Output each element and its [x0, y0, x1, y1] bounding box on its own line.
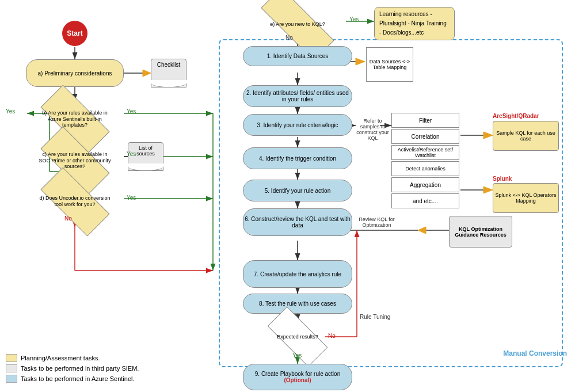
azure-templates-label: b) Are your rules available in Azure Sen…	[37, 110, 112, 128]
operators-mapping-box: Splunk <-> KQL Operators Mapping	[493, 183, 559, 213]
activelist-box: Activelist/Reference set/ Watchlist	[391, 145, 459, 160]
detect-anomalies-label: Detect anomalies	[405, 166, 445, 172]
step1-label: 1. Identify Data Sources	[267, 53, 329, 59]
step7-node: 7. Create/update the analytics rule	[243, 260, 352, 288]
optional-label: (Optional)	[255, 377, 340, 383]
uncoder-yes-label: Yes	[127, 195, 136, 201]
list-sources-label: List of sources	[128, 143, 163, 159]
etc-box: and etc....	[391, 193, 459, 208]
uncoder-no-label: No	[64, 215, 72, 222]
kql-opt-box: KQL Optimization Guidance Resources	[449, 216, 512, 248]
start-node: Start	[62, 21, 87, 46]
aggregation-label: Aggregation	[410, 182, 441, 188]
step7-label: 7. Create/update the analytics rule	[254, 271, 341, 277]
step9-label: 9. Create Playbook for rule action	[255, 371, 340, 377]
soc-prime-node: c) Are your rules available in SOC Prime…	[26, 140, 124, 181]
filter-box: Filter	[391, 113, 459, 128]
kql-no-label: No	[285, 35, 293, 41]
learning-box: Learning resources - Pluralsight - Ninja…	[374, 7, 455, 40]
arcsight-label: ArcSight/QRadar	[493, 113, 562, 119]
kql-opt-label: KQL Optimization Guidance Resources	[451, 226, 510, 238]
uncoder-label: d) Does Uncoder.io conversion tool work …	[37, 195, 112, 208]
preliminary-node: a) Preliminary considerations	[26, 59, 124, 87]
review-opt-label: Review KQL for Optimization	[358, 216, 395, 228]
step5-node: 5. Identify your rule action	[243, 180, 352, 201]
step4-node: 4. Identify the trigger condition	[243, 147, 352, 169]
step2-label: 2. Identify attributes/ fields/ entities…	[243, 90, 352, 102]
legend-yellow-label: Planning/Assessment tasks.	[21, 355, 100, 361]
learning-label: Learning resources - Pluralsight - Ninja…	[379, 10, 450, 37]
data-mapping-box: Data Sources <-> Table Mapping	[366, 47, 413, 82]
step3-label: 3. Identify your rule criteria/logic	[257, 122, 338, 128]
legend-gray-label: Tasks to be performed in third party SIE…	[21, 365, 139, 372]
soc-prime-label: c) Are your rules available in SOC Prime…	[37, 151, 112, 170]
detect-anomalies-box: Detect anomalies	[391, 161, 459, 176]
step6-label: 6. Construct/review the KQL and test wit…	[243, 216, 352, 229]
kql-new-node: e) Are you new to KQL?	[252, 7, 344, 41]
legend-blue-label: Tasks to be performed in Azure Sentinel.	[21, 375, 135, 382]
expected-node: Expected results?	[260, 319, 335, 354]
etc-label: and etc....	[413, 198, 438, 204]
step1-node: 1. Identify Data Sources	[243, 46, 352, 66]
kql-yes-label: Yes	[349, 16, 359, 22]
start-label: Start	[67, 29, 82, 37]
operators-mapping-label: Splunk <-> KQL Operators Mapping	[495, 192, 557, 204]
rule-tuning-label: Rule Tuning	[360, 314, 390, 320]
step2-node: 2. Identify attributes/ fields/ entities…	[243, 85, 352, 107]
step9-node: 9. Create Playbook for rule action (Opti…	[243, 364, 352, 390]
checklist-label: Checklist	[151, 59, 186, 70]
step3-node: 3. Identify your rule criteria/logic	[243, 114, 352, 136]
legend: Planning/Assessment tasks. Tasks to be p…	[6, 354, 139, 385]
splunk-label: Splunk	[493, 176, 562, 182]
kql-new-label: e) Are you new to KQL?	[257, 21, 338, 28]
preliminary-label: a) Preliminary considerations	[38, 70, 112, 77]
filter-label: Filter	[419, 117, 432, 124]
data-mapping-label: Data Sources <-> Table Mapping	[368, 59, 412, 70]
uncoder-node: d) Does Uncoder.io conversion tool work …	[26, 181, 124, 222]
azure-yes-label: Yes	[127, 108, 136, 115]
left-yes-label: Yes	[6, 108, 15, 115]
list-sources-node: List of sources	[128, 142, 163, 171]
sample-kql-box: Sample KQL for each use case	[493, 121, 559, 151]
activelist-label: Activelist/Reference set/ Watchlist	[393, 147, 458, 158]
refer-kql-label: Refer to samples to construct your KQL	[354, 118, 391, 141]
checklist-node: Checklist	[151, 59, 186, 87]
step8-label: 8. Test the rule with use cases	[259, 300, 336, 307]
step5-label: 5. Identify your rule action	[265, 188, 331, 194]
azure-templates-node: b) Are your rules available in Azure Sen…	[26, 99, 124, 139]
sample-kql-label: Sample KQL for each use case	[495, 130, 557, 142]
step4-label: 4. Identify the trigger condition	[259, 155, 336, 162]
expected-label: Expected results?	[266, 334, 329, 340]
expected-yes-label: Yes	[292, 352, 302, 359]
step6-node: 6. Construct/review the KQL and test wit…	[243, 208, 352, 236]
aggregation-box: Aggregation	[391, 177, 459, 192]
svg-marker-5	[143, 70, 151, 77]
correlation-label: Correlation	[412, 134, 440, 140]
correlation-box: Correlation	[391, 129, 459, 144]
step8-node: 8. Test the rule with use cases	[243, 294, 352, 314]
